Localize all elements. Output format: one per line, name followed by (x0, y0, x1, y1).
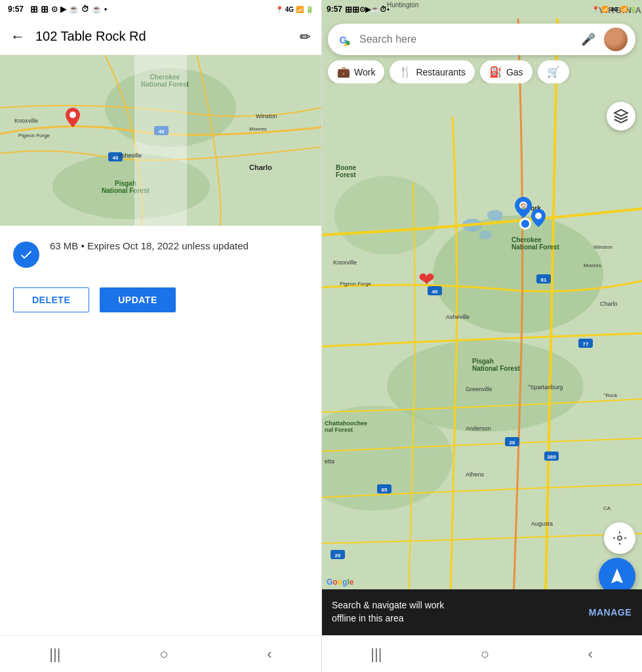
page-title: 102 Table Rock Rd (35, 29, 300, 44)
manage-button[interactable]: MANAGE (589, 607, 632, 618)
svg-text:40: 40 (113, 155, 119, 161)
map-label-charlo: Charlo (249, 163, 272, 171)
layers-button[interactable] (607, 102, 635, 131)
delete-button[interactable]: DELETE (13, 287, 89, 312)
favorite-pin: ❤ (418, 268, 435, 291)
svg-point-7 (70, 112, 76, 118)
nav-bar-right: ||| ○ ‹ (321, 635, 642, 672)
check-icon (13, 242, 39, 268)
work-pin-1: 🏠 (515, 197, 532, 220)
gas-chip[interactable]: ⛽ Gas (480, 60, 532, 83)
svg-point-10 (433, 215, 603, 333)
info-text: 63 MB • Expires Oct 18, 2022 unless upda… (50, 239, 249, 253)
time-right: 9:57 (327, 5, 342, 14)
header-left: ← 102 Table Rock Rd ✏ (0, 18, 321, 55)
home-button[interactable]: ○ (159, 646, 168, 663)
time-left: 9:57 (8, 5, 24, 14)
map-thumbnail: 40 40 CherokeeNational Forest PisgahNati… (0, 55, 321, 226)
svg-text:20: 20 (335, 553, 341, 558)
svg-text:385: 385 (547, 454, 556, 460)
search-input[interactable] (359, 33, 572, 45)
work-pin-2 (531, 209, 546, 230)
banner-line1: Search & navigate will work (332, 600, 444, 610)
nav-bar-left: ||| ○ ‹ (0, 635, 321, 672)
info-section: 63 MB • Expires Oct 18, 2022 unless upda… (0, 226, 321, 274)
restaurants-chip[interactable]: 🍴 Restaurants (390, 60, 474, 83)
banner-line2: offline in this area (332, 613, 403, 623)
left-panel: 9:57 ⊞ ⊞ ⊙ ▶ ☕ ⏱ ☕ • 📍 4G 📶 🔋 ← 102 Tabl… (0, 0, 321, 672)
restaurants-chip-label: Restaurants (416, 67, 465, 77)
svg-point-16 (479, 230, 492, 240)
home-button-right[interactable]: ○ (481, 646, 489, 663)
offline-banner: Search & navigate will work offline in t… (321, 589, 642, 635)
status-bar-right: 9:57 ⊞ ⊞ ⊙ ▶ ☕ ⏱ • 📍 📶 4G 📶 🔋 (321, 0, 642, 18)
shopping-chip[interactable]: 🛒 (538, 60, 569, 83)
work-chip-icon: 💼 (337, 66, 350, 78)
microphone-button[interactable]: 🎤 (578, 29, 599, 50)
map-right[interactable]: 81 40 77 26 385 85 20 Huntington VIRGINI… (321, 0, 642, 672)
work-chip[interactable]: 💼 Work (328, 60, 384, 83)
google-maps-logo: G (336, 30, 354, 49)
back-nav-button[interactable]: ‹ (267, 646, 271, 663)
status-bar-left: 9:57 ⊞ ⊞ ⊙ ▶ ☕ ⏱ ☕ • 📍 4G 📶 🔋 (0, 0, 321, 18)
gas-chip-label: Gas (506, 67, 523, 77)
search-bar-container: G 🎤 (321, 18, 642, 60)
svg-point-15 (487, 210, 503, 220)
svg-point-33 (535, 213, 542, 219)
restaurants-chip-icon: 🍴 (399, 66, 412, 78)
location-pin (66, 108, 80, 130)
edit-button[interactable]: ✏ (300, 29, 311, 45)
search-bar: G 🎤 (328, 24, 635, 55)
back-button[interactable]: ← (10, 28, 25, 45)
banner-text: Search & navigate will work offline in t… (332, 599, 444, 625)
svg-point-8 (24, 257, 28, 261)
svg-text:26: 26 (510, 440, 515, 446)
google-watermark: Google (327, 578, 353, 587)
location-button[interactable] (604, 522, 635, 554)
action-buttons: DELETE UPDATE (0, 274, 321, 326)
gas-chip-icon: ⛽ (489, 66, 502, 78)
user-avatar[interactable] (604, 28, 628, 51)
svg-point-37 (344, 43, 347, 46)
back-nav-button-right[interactable]: ‹ (588, 646, 592, 663)
svg-text:🏠: 🏠 (520, 202, 528, 210)
svg-point-13 (334, 176, 439, 255)
svg-text:81: 81 (541, 277, 547, 283)
svg-text:85: 85 (382, 487, 388, 493)
map-highlight-strip (134, 55, 187, 226)
recent-apps-button[interactable]: ||| (49, 646, 60, 663)
work-chip-label: Work (354, 67, 375, 77)
panel-divider (321, 0, 322, 672)
svg-text:77: 77 (583, 341, 589, 347)
shopping-chip-icon: 🛒 (547, 66, 560, 78)
update-button[interactable]: UPDATE (100, 287, 176, 312)
recent-apps-button-right[interactable]: ||| (371, 646, 382, 663)
svg-point-38 (618, 536, 622, 540)
right-panel: 81 40 77 26 385 85 20 Huntington VIRGINI… (321, 0, 642, 672)
quick-filters: 💼 Work 🍴 Restaurants ⛽ Gas 🛒 (321, 60, 642, 83)
